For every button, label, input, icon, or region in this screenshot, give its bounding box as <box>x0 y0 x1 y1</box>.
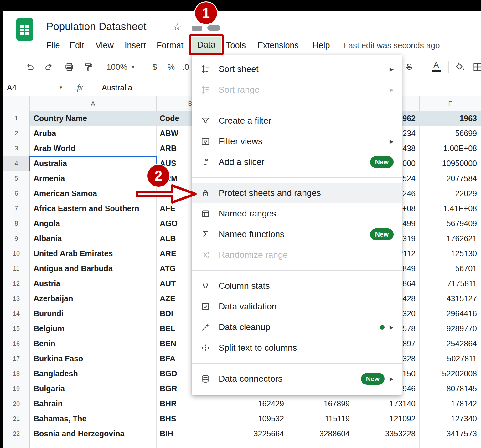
row-header-19[interactable]: 19 <box>3 381 30 396</box>
cell-F15[interactable]: 9289770 <box>420 321 481 336</box>
cell-D20[interactable]: 167899 <box>288 396 354 411</box>
cell-F20[interactable]: 178142 <box>420 396 481 411</box>
cell-C21[interactable]: 109532 <box>224 411 288 426</box>
select-all-corner[interactable] <box>3 96 30 111</box>
formula-bar-value[interactable]: Australia <box>102 79 132 96</box>
cell-A15[interactable]: Belgium <box>30 321 157 336</box>
cell-C22[interactable]: 3225664 <box>224 426 288 441</box>
cell-E22[interactable]: 3353228 <box>354 426 420 441</box>
cell-F8[interactable]: 5679409 <box>420 216 481 231</box>
row-header-1[interactable]: 1 <box>3 111 30 126</box>
decrease-decimal-button[interactable]: .0 <box>182 60 189 74</box>
cell-E20[interactable]: 173140 <box>354 396 420 411</box>
menu-item-add-a-slicer[interactable]: Add a slicerNew <box>192 152 402 172</box>
menu-item-data-validation[interactable]: Data validation <box>192 296 402 317</box>
cell-A12[interactable]: Austria <box>30 276 157 291</box>
name-box[interactable]: A4 <box>7 79 17 96</box>
cell-F13[interactable]: 4315127 <box>420 291 481 306</box>
row-header-7[interactable]: 7 <box>3 201 30 216</box>
cell-A10[interactable]: United Arab Emirates <box>30 246 157 261</box>
format-currency-button[interactable]: $ <box>153 60 157 74</box>
menubar-item-insert[interactable]: Insert <box>125 38 146 53</box>
cell-F19[interactable]: 8078145 <box>420 381 481 396</box>
cell-A18[interactable]: Bangladesh <box>30 366 157 381</box>
cell-F14[interactable]: 2964416 <box>420 306 481 321</box>
star-icon[interactable]: ☆ <box>173 21 182 33</box>
cell-A4[interactable]: Australia <box>30 156 157 171</box>
cell-F4[interactable]: 10950000 <box>420 156 481 171</box>
cell-F22[interactable]: 3417573 <box>420 426 481 441</box>
row-header-4[interactable]: 4 <box>3 156 30 171</box>
row-header-2[interactable]: 2 <box>3 126 30 141</box>
row-header-blank[interactable] <box>3 441 30 448</box>
row-header-12[interactable]: 12 <box>3 276 30 291</box>
strikethrough-button[interactable]: S <box>406 60 412 74</box>
row-header-13[interactable]: 13 <box>3 291 30 306</box>
cell-F2[interactable]: 56699 <box>420 126 481 141</box>
col-header-F[interactable]: F <box>420 96 481 111</box>
menubar-item-extensions[interactable]: Extensions <box>257 38 299 53</box>
cell-F5[interactable]: 2077584 <box>420 171 481 186</box>
borders-button[interactable] <box>472 60 481 74</box>
fill-color-button[interactable] <box>455 60 465 74</box>
col-header-A[interactable]: A <box>30 96 157 111</box>
menubar-item-data[interactable]: Data <box>192 37 221 53</box>
menubar-item-file[interactable]: File <box>46 38 60 53</box>
cell-A[interactable] <box>30 441 157 448</box>
menu-item-protect-sheets-and-ranges[interactable]: Protect sheets and ranges <box>192 183 402 203</box>
row-header-16[interactable]: 16 <box>3 336 30 351</box>
cell-A20[interactable]: Bahrain <box>30 396 157 411</box>
cell-A21[interactable]: Bahamas, The <box>30 411 157 426</box>
cell-E21[interactable]: 121092 <box>354 411 420 426</box>
cell-F9[interactable]: 1762621 <box>420 231 481 246</box>
row-header-9[interactable]: 9 <box>3 231 30 246</box>
menu-item-named-functions[interactable]: ΣNamed functionsNew <box>192 224 402 245</box>
menubar-item-tools[interactable]: Tools <box>226 38 246 53</box>
document-title[interactable]: Population Datasheet <box>46 21 147 33</box>
cell-A19[interactable]: Bulgaria <box>30 381 157 396</box>
move-to-folder-icon[interactable] <box>192 26 202 31</box>
zoom-control[interactable]: 100% ▼ <box>106 60 135 74</box>
cell-D[interactable] <box>288 441 354 448</box>
row-header-17[interactable]: 17 <box>3 351 30 366</box>
redo-button[interactable] <box>44 60 54 74</box>
row-header-21[interactable]: 21 <box>3 411 30 426</box>
cell-D21[interactable]: 115119 <box>288 411 354 426</box>
print-button[interactable] <box>64 60 75 74</box>
menu-item-data-connectors[interactable]: Data connectorsNew▶ <box>192 369 402 389</box>
menu-item-data-cleanup[interactable]: Data cleanup▶ <box>192 317 402 338</box>
text-color-button[interactable]: A <box>432 60 441 74</box>
cell-E[interactable] <box>354 441 420 448</box>
cell-F11[interactable]: 56701 <box>420 261 481 276</box>
row-header-10[interactable]: 10 <box>3 246 30 261</box>
cell-A8[interactable]: Angola <box>30 216 157 231</box>
row-header-22[interactable]: 22 <box>3 426 30 441</box>
cell-A2[interactable]: Aruba <box>30 126 157 141</box>
menu-item-sort-sheet[interactable]: Sort sheet▶ <box>192 59 402 79</box>
menu-item-create-a-filter[interactable]: Create a filter <box>192 110 402 131</box>
cell-F7[interactable]: 1.41E+08 <box>420 201 481 216</box>
menu-item-filter-views[interactable]: Filter views▶ <box>192 131 402 152</box>
cell-B22[interactable]: BIH <box>157 426 224 441</box>
cell-F17[interactable]: 5027811 <box>420 351 481 366</box>
cell-B20[interactable]: BHR <box>157 396 224 411</box>
row-header-20[interactable]: 20 <box>3 396 30 411</box>
cell-A9[interactable]: Albania <box>30 231 157 246</box>
menubar-item-help[interactable]: Help <box>313 38 330 53</box>
cell-B[interactable] <box>157 441 224 448</box>
menu-item-named-ranges[interactable]: Named ranges <box>192 203 402 224</box>
menubar-item-view[interactable]: View <box>96 38 114 53</box>
cell-F1[interactable]: 1963 <box>420 111 481 126</box>
row-header-15[interactable]: 15 <box>3 321 30 336</box>
paint-format-button[interactable] <box>83 60 94 74</box>
cell-C[interactable] <box>224 441 288 448</box>
cell-A3[interactable]: Arab World <box>30 141 157 156</box>
undo-button[interactable] <box>24 60 35 74</box>
cell-A11[interactable]: Antigua and Barbuda <box>30 261 157 276</box>
row-header-5[interactable]: 5 <box>3 171 30 186</box>
cell-F21[interactable]: 127340 <box>420 411 481 426</box>
cell-A13[interactable]: Azerbaijan <box>30 291 157 306</box>
format-percent-button[interactable]: % <box>168 60 175 74</box>
cell-F[interactable] <box>420 441 481 448</box>
cell-F12[interactable]: 7175811 <box>420 276 481 291</box>
